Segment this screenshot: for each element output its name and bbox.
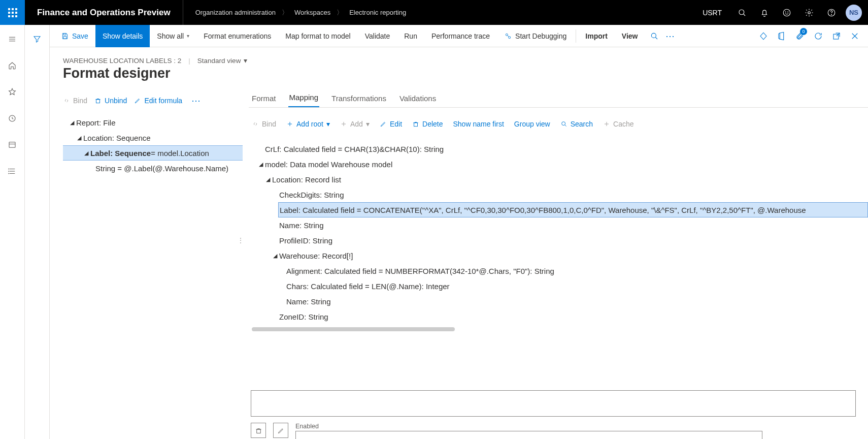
tree-node-chars[interactable]: Chars: Calculated field = LEN(@.Name): I…: [249, 278, 868, 294]
breadcrumb-org-admin[interactable]: Organization administration: [195, 9, 276, 16]
import-button[interactable]: Import: [578, 25, 615, 47]
star-icon[interactable]: [0, 85, 25, 99]
svg-point-0: [739, 10, 744, 15]
clock-icon[interactable]: [0, 111, 25, 126]
show-name-first-button[interactable]: Show name first: [453, 120, 504, 128]
tree-node-location[interactable]: ◢Location: Record list: [249, 172, 868, 187]
map-format-button[interactable]: Map format to model: [278, 25, 357, 47]
view-button[interactable]: View: [615, 25, 645, 47]
tab-mapping[interactable]: Mapping: [288, 93, 320, 107]
group-view-button[interactable]: Group view: [514, 120, 550, 128]
mapping-tree[interactable]: CrLf: Calculated field = CHAR(13)&CHAR(1…: [249, 133, 868, 387]
hamburger-icon[interactable]: [0, 32, 25, 46]
svg-rect-12: [9, 142, 15, 148]
svg-rect-37: [414, 123, 418, 127]
workspace-icon[interactable]: [0, 138, 25, 152]
enabled-field-group: Enabled: [295, 423, 762, 439]
breadcrumbs: Organization administration 〉 Workspaces…: [183, 8, 419, 17]
caret-icon[interactable]: ◢: [271, 253, 279, 259]
svg-point-25: [651, 33, 656, 38]
more-button[interactable]: ⋯: [189, 95, 204, 106]
show-details-button[interactable]: Show details: [95, 25, 150, 47]
tab-validations[interactable]: Validations: [398, 94, 437, 107]
run-button[interactable]: Run: [397, 25, 424, 47]
format-tree[interactable]: ◢ Report: File ◢ Location: Sequence ◢ La…: [63, 110, 243, 176]
show-details-label: Show details: [103, 32, 143, 40]
tree-node-wh-name[interactable]: Name: String: [249, 294, 868, 309]
bind-button: Bind: [63, 97, 87, 105]
help-icon[interactable]: [820, 0, 843, 25]
diamond-icon[interactable]: [754, 25, 773, 47]
more-button[interactable]: ⋯: [663, 30, 678, 42]
tree-node-model[interactable]: ◢model: Data model Warehouse model: [249, 156, 868, 172]
add-root-button[interactable]: Add root ▾: [286, 120, 330, 128]
refresh-icon[interactable]: [809, 25, 827, 47]
save-button[interactable]: Save: [54, 25, 95, 47]
unbind-button[interactable]: Unbind: [94, 97, 127, 105]
bell-icon[interactable]: [753, 0, 776, 25]
search-icon[interactable]: [731, 0, 753, 25]
search-button[interactable]: Search: [560, 120, 593, 128]
config-name: WAREHOUSE LOCATION LABELS : 2: [63, 57, 181, 65]
tab-format[interactable]: Format: [251, 94, 277, 107]
tree-node-profileid[interactable]: ProfileID: String: [249, 233, 868, 248]
edit-formula-button[interactable]: Edit formula: [134, 97, 182, 105]
cmdbar-search-icon[interactable]: [645, 25, 663, 47]
app-launcher-button[interactable]: [0, 0, 25, 25]
svg-point-5: [808, 11, 811, 14]
filter-icon[interactable]: [25, 32, 50, 46]
tab-transformations[interactable]: Transformations: [330, 94, 387, 107]
home-icon[interactable]: [0, 58, 25, 73]
formula-textarea[interactable]: [251, 390, 856, 417]
tree-node-warehouse[interactable]: ◢Warehouse: Record[!]: [249, 248, 868, 263]
breadcrumb-er[interactable]: Electronic reporting: [349, 9, 406, 16]
tree-node-label-selected[interactable]: Label: Calculated field = CONCATENATE("^…: [278, 202, 868, 217]
svg-rect-31: [96, 100, 100, 103]
company-code[interactable]: USRT: [693, 9, 731, 17]
tree-node-checkdigits[interactable]: CheckDigits: String: [249, 187, 868, 202]
view-selector[interactable]: Standard view ▾: [197, 56, 248, 65]
delete-square-button[interactable]: [251, 423, 266, 438]
topbar-right: USRT NS: [693, 0, 868, 25]
gear-icon[interactable]: [798, 0, 820, 25]
tree-node-report[interactable]: ◢ Report: File: [63, 115, 243, 130]
tree-node-label[interactable]: ◢ Label: Sequence = model.Location: [63, 145, 243, 161]
modules-icon[interactable]: [0, 164, 25, 178]
smiley-icon[interactable]: [776, 0, 798, 25]
tree-node-alignment[interactable]: Alignment: Calculated field = NUMBERFORM…: [249, 263, 868, 278]
chevron-down-icon: ▾: [326, 120, 330, 128]
add-button: Add ▾: [340, 120, 370, 128]
caret-icon[interactable]: ◢: [264, 176, 272, 183]
horizontal-scrollbar[interactable]: [252, 327, 455, 331]
performance-trace-button[interactable]: Performance trace: [424, 25, 497, 47]
close-icon[interactable]: [846, 25, 864, 47]
tree-node-string[interactable]: String = @.Label(@.Warehouse.Name): [63, 161, 243, 176]
office-icon[interactable]: [773, 25, 791, 47]
edit-button[interactable]: Edit: [380, 120, 402, 128]
enabled-label: Enabled: [295, 423, 762, 430]
tree-node-zoneid[interactable]: ZoneID: String: [249, 309, 868, 324]
bind-button: Bind: [252, 120, 276, 128]
tree-node-location[interactable]: ◢ Location: Sequence: [63, 130, 243, 145]
tree-node-crlf[interactable]: CrLf: Calculated field = CHAR(13)&CHAR(1…: [249, 141, 868, 156]
breadcrumb-workspaces[interactable]: Workspaces: [294, 9, 330, 16]
caret-icon[interactable]: ◢: [257, 161, 265, 168]
caret-icon[interactable]: ◢: [68, 119, 76, 126]
format-enumerations-button[interactable]: Format enumerations: [196, 25, 278, 47]
show-all-button[interactable]: Show all ▾: [150, 25, 196, 47]
popout-icon[interactable]: [827, 25, 846, 47]
edit-square-button[interactable]: [273, 423, 288, 438]
attachments-icon[interactable]: 0: [791, 25, 809, 47]
svg-point-17: [9, 169, 9, 169]
user-avatar[interactable]: NS: [846, 5, 862, 21]
start-debugging-button[interactable]: Start Debugging: [497, 25, 574, 47]
caret-icon[interactable]: ◢: [82, 150, 90, 156]
delete-button[interactable]: Delete: [412, 120, 443, 128]
svg-point-4: [788, 12, 788, 12]
command-bar: Save Show details Show all ▾ Format enum…: [50, 25, 868, 47]
svg-line-24: [508, 35, 509, 37]
enabled-field[interactable]: [295, 431, 762, 439]
caret-icon[interactable]: ◢: [75, 135, 83, 141]
validate-button[interactable]: Validate: [358, 25, 397, 47]
tree-node-name[interactable]: Name: String: [249, 217, 868, 233]
